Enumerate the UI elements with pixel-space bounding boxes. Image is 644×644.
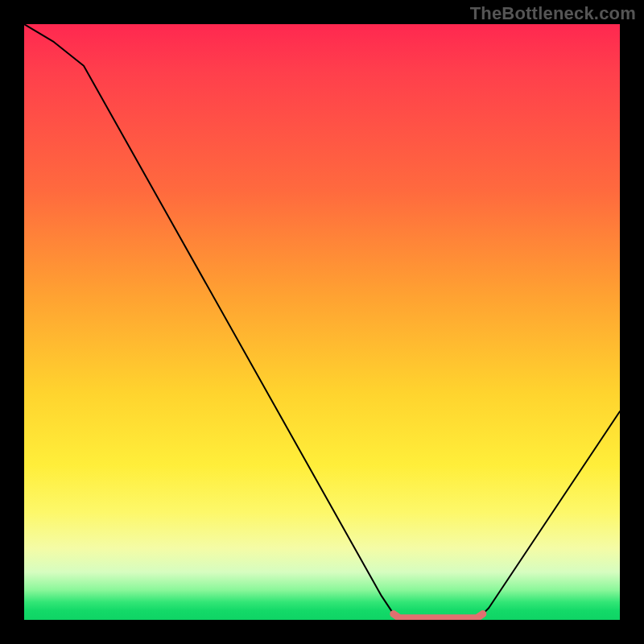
bottleneck-curve xyxy=(24,24,620,618)
optimal-range-highlight xyxy=(394,614,483,618)
attribution-label: TheBottleneck.com xyxy=(470,3,636,24)
plot-overlay-svg xyxy=(24,24,620,620)
chart-frame: TheBottleneck.com xyxy=(0,0,644,644)
